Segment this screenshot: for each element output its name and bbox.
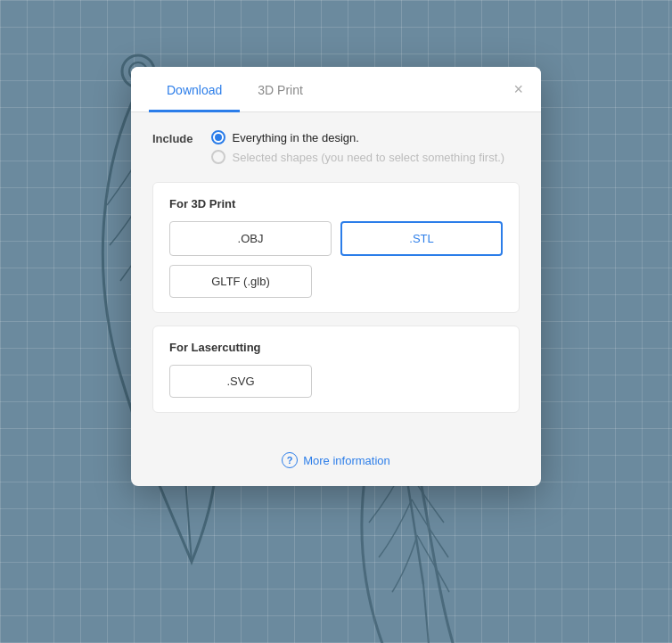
include-label: Include [152, 130, 193, 145]
download-modal: Download 3D Print × Include Everything i… [131, 67, 541, 486]
format-buttons-3d: .OBJ .STL [169, 221, 503, 256]
section-3d-print: For 3D Print .OBJ .STL GLTF (.glb) [152, 182, 520, 313]
close-button[interactable]: × [510, 78, 527, 101]
modal-footer: ? More information [131, 443, 541, 486]
radio-everything[interactable]: Everything in the design. [211, 130, 505, 144]
format-btn-svg[interactable]: .SVG [169, 365, 312, 398]
format-buttons-laser: .SVG [169, 365, 503, 398]
format-btn-stl[interactable]: .STL [340, 221, 503, 256]
section-lasercutting: For Lasercutting .SVG [152, 326, 520, 413]
radio-circle-everything [211, 130, 225, 144]
format-btn-gltf[interactable]: GLTF (.glb) [169, 265, 312, 298]
section-3d-print-title: For 3D Print [169, 197, 503, 210]
section-lasercutting-title: For Lasercutting [169, 341, 503, 354]
format-buttons-3d-extra: GLTF (.glb) [169, 265, 503, 298]
tab-bar: Download 3D Print [149, 67, 523, 111]
more-info-link[interactable]: ? More information [282, 452, 390, 468]
modal-header: Download 3D Print × [131, 67, 541, 112]
radio-everything-label: Everything in the design. [233, 131, 359, 144]
radio-selected[interactable]: Selected shapes (you need to select some… [211, 150, 505, 164]
modal-body: Include Everything in the design. Select… [131, 112, 541, 443]
more-info-label: More information [303, 454, 390, 467]
radio-selected-label: Selected shapes (you need to select some… [233, 151, 505, 164]
tab-download[interactable]: Download [149, 67, 240, 112]
tab-3dprint[interactable]: 3D Print [240, 67, 321, 112]
include-options: Everything in the design. Selected shape… [211, 130, 505, 164]
format-btn-obj[interactable]: .OBJ [169, 221, 332, 256]
radio-circle-selected [211, 150, 225, 164]
modal-overlay: Download 3D Print × Include Everything i… [0, 0, 672, 643]
include-row: Include Everything in the design. Select… [152, 130, 520, 164]
help-icon: ? [282, 452, 298, 468]
